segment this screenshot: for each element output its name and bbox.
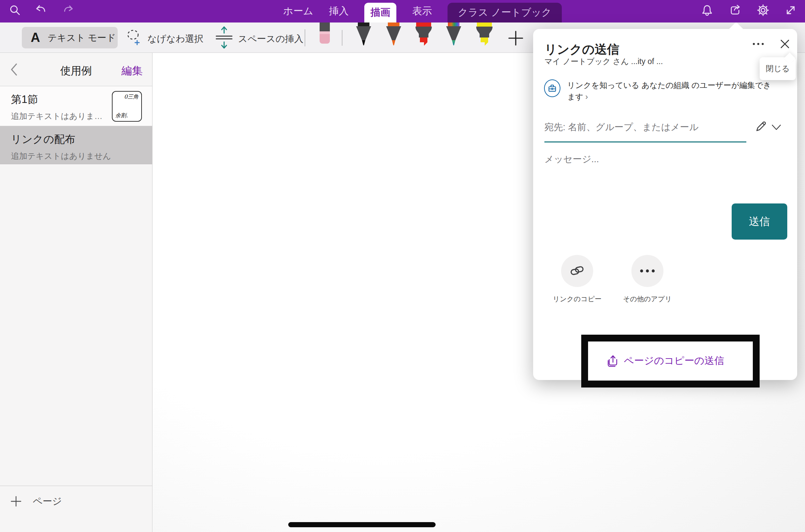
tab-view[interactable]: 表示 bbox=[412, 0, 432, 22]
dialog-title: リンクの送信 bbox=[544, 41, 619, 58]
top-app-bar: ホーム 挿入 描画 表示 クラス ノートブック bbox=[0, 0, 805, 22]
message-input[interactable] bbox=[544, 149, 735, 169]
insert-space-icon[interactable] bbox=[214, 26, 234, 51]
page-title: リンクの配布 bbox=[11, 132, 152, 147]
chevron-down-icon[interactable] bbox=[771, 123, 782, 133]
lasso-select-icon[interactable] bbox=[125, 27, 143, 48]
text-mode-a-icon: A bbox=[31, 30, 40, 45]
text-mode-button[interactable]: A テキスト モード bbox=[22, 27, 118, 48]
edit-button[interactable]: 編集 bbox=[121, 64, 143, 78]
home-indicator-bar[interactable] bbox=[288, 522, 436, 527]
more-apps-label: その他のアプリ bbox=[620, 294, 675, 304]
text-mode-label: テキスト モード bbox=[47, 32, 116, 44]
notebook-subtitle: マイ ノートブック さん ...ity of ... bbox=[544, 56, 663, 67]
sidebar-header: 使用例 編集 bbox=[0, 53, 152, 86]
page-subtitle: 追加テキストはありません bbox=[11, 151, 152, 162]
toolbar-divider bbox=[342, 30, 342, 46]
recipient-underline bbox=[544, 141, 746, 142]
permission-text: リンクを知っている あなたの組織 のユーザーが編集できます› bbox=[567, 79, 779, 103]
tab-class-notebook[interactable]: クラス ノートブック bbox=[448, 3, 562, 22]
organization-briefcase-icon bbox=[544, 79, 560, 97]
close-icon[interactable] bbox=[777, 36, 792, 51]
send-link-dialog: リンクの送信 マイ ノートブック さん ...ity of ... リンクを知っ… bbox=[533, 29, 797, 380]
chevron-right-icon: › bbox=[585, 92, 588, 101]
page-thumbnail: 0三角 余割. bbox=[112, 91, 142, 122]
thumbnail-handwriting-line: 余割. bbox=[115, 112, 138, 119]
undo-icon[interactable] bbox=[34, 3, 48, 18]
add-page-label: ページ bbox=[33, 495, 62, 508]
share-icon[interactable] bbox=[728, 3, 742, 18]
tab-draw[interactable]: 描画 bbox=[364, 3, 396, 22]
search-icon[interactable] bbox=[8, 3, 22, 18]
copy-link-action[interactable]: リンクのコピー bbox=[550, 255, 604, 304]
toolbar-divider bbox=[305, 29, 305, 46]
more-apps-action[interactable]: その他のアプリ bbox=[620, 255, 675, 304]
add-pen-plus-icon[interactable] bbox=[507, 29, 525, 48]
sidebar-footer: ページ bbox=[0, 486, 152, 532]
annotation-highlight-rectangle bbox=[581, 335, 760, 387]
insert-space-label[interactable]: スペースの挿入 bbox=[238, 33, 304, 45]
notifications-bell-icon[interactable] bbox=[700, 3, 714, 18]
tab-home[interactable]: ホーム bbox=[283, 0, 313, 22]
plus-icon bbox=[10, 496, 22, 507]
send-button[interactable]: 送信 bbox=[732, 203, 787, 240]
red-highlighter-icon[interactable] bbox=[414, 22, 433, 49]
settings-gear-icon[interactable] bbox=[756, 3, 770, 18]
add-page-button[interactable]: ページ bbox=[10, 495, 62, 508]
expand-fullscreen-icon[interactable] bbox=[784, 3, 797, 18]
thumbnail-handwriting-line: 0三角 bbox=[124, 93, 138, 101]
lasso-select-label[interactable]: なげなわ選択 bbox=[147, 33, 204, 45]
page-item-dai1setsu[interactable]: 第1節 追加テキストはありま… 0三角 余割. bbox=[0, 86, 152, 126]
ribbon-tabs: ホーム 挿入 描画 表示 クラス ノートブック bbox=[283, 0, 562, 22]
redo-icon[interactable] bbox=[61, 3, 75, 18]
page-list-sidebar: 使用例 編集 第1節 追加テキストはありま… 0三角 余割. リンクの配布 追加… bbox=[0, 53, 152, 532]
copy-link-icon bbox=[561, 255, 593, 287]
galaxy-pen-icon[interactable] bbox=[444, 22, 463, 49]
eraser-tool-icon[interactable] bbox=[317, 22, 332, 46]
recipient-input[interactable] bbox=[544, 117, 735, 137]
yellow-highlighter-icon[interactable] bbox=[475, 22, 494, 49]
orange-pen-icon[interactable] bbox=[384, 22, 403, 49]
close-tooltip: 閉じる bbox=[760, 57, 796, 80]
copy-link-label: リンクのコピー bbox=[550, 294, 604, 304]
tab-insert[interactable]: 挿入 bbox=[329, 0, 349, 22]
more-apps-ellipsis-icon bbox=[631, 255, 663, 287]
page-item-link-distribution[interactable]: リンクの配布 追加テキストはありません bbox=[0, 126, 152, 164]
black-pen-icon[interactable] bbox=[354, 22, 373, 49]
permission-row[interactable]: リンクを知っている あなたの組織 のユーザーが編集できます› bbox=[544, 79, 779, 103]
more-options-ellipsis-icon[interactable] bbox=[748, 36, 769, 51]
edit-pencil-icon[interactable] bbox=[754, 120, 768, 135]
